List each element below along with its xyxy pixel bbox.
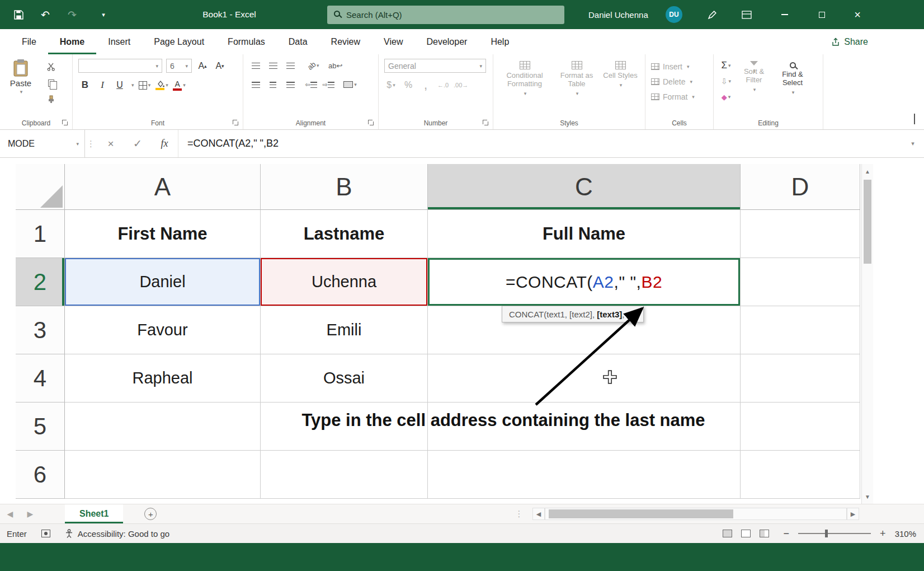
horizontal-scrollbar[interactable]: ◀ ▶ [532, 507, 862, 521]
clear-button[interactable]: ◆▾ [719, 90, 733, 104]
cell-B2[interactable]: Uchenna [261, 258, 428, 306]
tab-splitter-handle[interactable]: ⋮ [515, 509, 523, 519]
center-button[interactable] [266, 78, 280, 91]
scroll-right-arrow[interactable]: ▶ [847, 508, 859, 520]
row-header-3[interactable]: 3 [16, 306, 65, 354]
cell-B6[interactable] [261, 451, 428, 499]
accounting-format-button[interactable]: $▾ [384, 78, 398, 92]
qat-customize-button[interactable]: ▾ [94, 6, 113, 24]
vertical-scrollbar[interactable]: ▲ ▼ [861, 164, 873, 504]
cell-D1[interactable] [741, 210, 860, 258]
tab-view[interactable]: View [372, 29, 414, 54]
zoom-slider-thumb[interactable] [825, 530, 828, 537]
normal-view-button[interactable] [723, 530, 732, 537]
find-select-button[interactable]: Find & Select ▾ [775, 59, 810, 95]
merge-center-button[interactable]: ▾ [343, 78, 357, 91]
tab-developer[interactable]: Developer [414, 29, 479, 54]
name-box[interactable]: MODE ▾ [0, 130, 85, 157]
scroll-up-arrow[interactable]: ▲ [862, 165, 873, 177]
cell-A1[interactable]: First Name [65, 210, 261, 258]
zoom-out-button[interactable]: − [784, 528, 790, 540]
page-layout-view-button[interactable] [741, 530, 751, 537]
cell-A3[interactable]: Favour [65, 306, 261, 354]
format-as-table-button[interactable]: Format as Table ▾ [554, 59, 599, 96]
inking-button[interactable] [703, 6, 722, 24]
scroll-down-arrow[interactable]: ▼ [862, 490, 873, 503]
row-header-2[interactable]: 2 [16, 258, 65, 306]
close-button[interactable]: × [848, 6, 867, 24]
tab-formulas[interactable]: Formulas [216, 29, 277, 54]
wrap-text-button[interactable]: ab↩ [328, 59, 342, 72]
tab-file[interactable]: File [10, 29, 48, 54]
minimize-button[interactable] [775, 6, 794, 24]
increase-font-size-button[interactable]: A▴ [196, 59, 209, 73]
borders-button[interactable]: ▾ [138, 78, 152, 92]
formula-bar-handle[interactable]: ⋮ [85, 130, 97, 157]
underline-button[interactable]: U [113, 78, 126, 92]
font-dialog-launcher[interactable] [233, 120, 239, 126]
font-size-select[interactable]: 6▾ [166, 59, 192, 73]
clipboard-dialog-launcher[interactable] [62, 120, 68, 126]
delete-cells-button[interactable]: Delete ▾ [651, 74, 709, 89]
percent-style-button[interactable]: % [402, 78, 415, 92]
search-input[interactable]: Search (Alt+Q) [327, 6, 564, 24]
account-name[interactable]: Daniel Uchenna [588, 0, 648, 29]
redo-button[interactable]: ↷ [63, 6, 82, 24]
italic-button[interactable]: I [96, 78, 109, 92]
cell-A2[interactable]: Daniel [65, 258, 261, 306]
cell-D6[interactable] [741, 451, 860, 499]
scroll-left-arrow[interactable]: ◀ [532, 508, 545, 520]
cell-D3[interactable] [741, 306, 860, 354]
page-break-view-button[interactable] [760, 530, 769, 537]
tab-data[interactable]: Data [277, 29, 319, 54]
next-sheet-button[interactable]: ▶ [20, 504, 40, 523]
autosum-button[interactable]: Σ▾ [719, 59, 733, 72]
cell-C1[interactable]: Full Name [428, 210, 741, 258]
formula-input[interactable]: =CONCAT(A2," ",B2 [178, 130, 902, 157]
cell-C2-formula[interactable]: =CONCAT( A2 ," ", B2 [428, 258, 741, 306]
cell-B3[interactable]: Emili [261, 306, 428, 354]
share-button[interactable]: Share [831, 29, 868, 54]
font-color-button[interactable]: A ▾ [173, 78, 186, 92]
zoom-level[interactable]: 310% [895, 529, 916, 539]
cell-D5[interactable] [741, 402, 860, 451]
cancel-button[interactable]: × [97, 130, 124, 157]
number-dialog-launcher[interactable] [483, 120, 489, 126]
bottom-align-button[interactable] [284, 59, 297, 72]
undo-button[interactable]: ↶ [36, 6, 55, 24]
paste-button[interactable]: Paste ▾ [6, 59, 36, 95]
middle-align-button[interactable] [266, 59, 280, 72]
sort-filter-button[interactable]: Sort & Filter ▾ [737, 59, 771, 92]
cell-A5[interactable] [65, 402, 261, 451]
tab-review[interactable]: Review [319, 29, 372, 54]
fill-button[interactable]: ⇩▾ [719, 74, 733, 88]
zoom-slider[interactable] [798, 533, 871, 534]
horizontal-scroll-track[interactable] [545, 508, 847, 520]
cell-D2[interactable] [741, 258, 860, 306]
sheet-tab-sheet1[interactable]: Sheet1 [65, 504, 123, 523]
cell-A4[interactable]: Rapheal [65, 354, 261, 402]
maximize-button[interactable] [812, 6, 831, 24]
decrease-decimal-button[interactable]: .00→ [454, 78, 468, 92]
insert-cells-button[interactable]: Insert ▾ [651, 59, 709, 74]
align-left-button[interactable] [249, 78, 262, 91]
cell-A6[interactable] [65, 451, 261, 499]
format-cells-button[interactable]: Format ▾ [651, 89, 709, 104]
align-right-button[interactable] [284, 78, 297, 91]
zoom-in-button[interactable]: + [880, 528, 886, 540]
tab-home[interactable]: Home [48, 29, 96, 54]
expand-formula-bar-button[interactable]: ▾ [902, 130, 924, 157]
bold-button[interactable]: B [78, 78, 92, 92]
prev-sheet-button[interactable]: ◀ [0, 504, 20, 523]
orientation-button[interactable]: ab▾ [307, 59, 320, 72]
tab-help[interactable]: Help [479, 29, 521, 54]
insert-function-button[interactable]: fx [151, 130, 178, 157]
tab-insert[interactable]: Insert [96, 29, 142, 54]
cell-B1[interactable]: Lastname [261, 210, 428, 258]
increase-decimal-button[interactable]: ←.0 [436, 78, 450, 92]
copy-button[interactable] [44, 76, 58, 90]
ribbon-display-button[interactable] [737, 6, 756, 24]
row-header-4[interactable]: 4 [16, 354, 65, 402]
number-format-select[interactable]: General▾ [384, 59, 486, 73]
fill-color-button[interactable]: ▾ [155, 78, 169, 92]
